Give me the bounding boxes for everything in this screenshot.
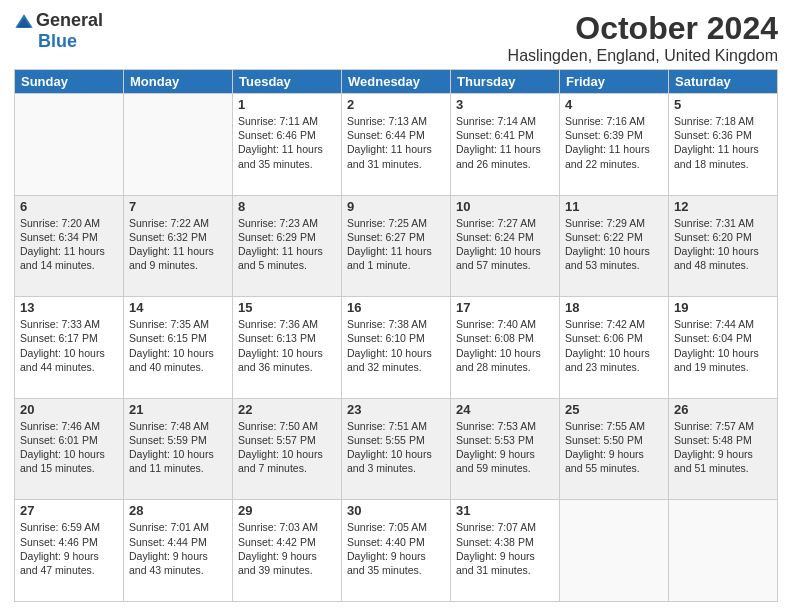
subtitle: Haslingden, England, United Kingdom — [508, 47, 778, 65]
day-info: Sunrise: 7:29 AM Sunset: 6:22 PM Dayligh… — [565, 216, 663, 273]
day-info: Sunrise: 7:38 AM Sunset: 6:10 PM Dayligh… — [347, 317, 445, 374]
calendar-cell: 18Sunrise: 7:42 AM Sunset: 6:06 PM Dayli… — [560, 297, 669, 399]
calendar-cell: 3Sunrise: 7:14 AM Sunset: 6:41 PM Daylig… — [451, 94, 560, 196]
day-info: Sunrise: 7:16 AM Sunset: 6:39 PM Dayligh… — [565, 114, 663, 171]
day-info: Sunrise: 7:03 AM Sunset: 4:42 PM Dayligh… — [238, 520, 336, 577]
day-info: Sunrise: 7:36 AM Sunset: 6:13 PM Dayligh… — [238, 317, 336, 374]
day-number: 16 — [347, 300, 445, 315]
day-number: 8 — [238, 199, 336, 214]
day-info: Sunrise: 7:05 AM Sunset: 4:40 PM Dayligh… — [347, 520, 445, 577]
calendar-cell: 24Sunrise: 7:53 AM Sunset: 5:53 PM Dayli… — [451, 398, 560, 500]
day-number: 30 — [347, 503, 445, 518]
day-number: 3 — [456, 97, 554, 112]
calendar-cell: 28Sunrise: 7:01 AM Sunset: 4:44 PM Dayli… — [124, 500, 233, 602]
header-saturday: Saturday — [669, 70, 778, 94]
day-info: Sunrise: 7:53 AM Sunset: 5:53 PM Dayligh… — [456, 419, 554, 476]
day-info: Sunrise: 7:18 AM Sunset: 6:36 PM Dayligh… — [674, 114, 772, 171]
calendar-cell: 21Sunrise: 7:48 AM Sunset: 5:59 PM Dayli… — [124, 398, 233, 500]
header-friday: Friday — [560, 70, 669, 94]
day-info: Sunrise: 7:13 AM Sunset: 6:44 PM Dayligh… — [347, 114, 445, 171]
day-info: Sunrise: 7:23 AM Sunset: 6:29 PM Dayligh… — [238, 216, 336, 273]
day-number: 10 — [456, 199, 554, 214]
day-info: Sunrise: 7:11 AM Sunset: 6:46 PM Dayligh… — [238, 114, 336, 171]
calendar-cell: 25Sunrise: 7:55 AM Sunset: 5:50 PM Dayli… — [560, 398, 669, 500]
day-info: Sunrise: 7:22 AM Sunset: 6:32 PM Dayligh… — [129, 216, 227, 273]
day-number: 18 — [565, 300, 663, 315]
day-number: 2 — [347, 97, 445, 112]
calendar-cell: 5Sunrise: 7:18 AM Sunset: 6:36 PM Daylig… — [669, 94, 778, 196]
day-number: 5 — [674, 97, 772, 112]
page: General Blue October 2024 Haslingden, En… — [0, 0, 792, 612]
calendar-cell: 20Sunrise: 7:46 AM Sunset: 6:01 PM Dayli… — [15, 398, 124, 500]
day-number: 4 — [565, 97, 663, 112]
calendar-cell: 31Sunrise: 7:07 AM Sunset: 4:38 PM Dayli… — [451, 500, 560, 602]
calendar-cell: 7Sunrise: 7:22 AM Sunset: 6:32 PM Daylig… — [124, 195, 233, 297]
day-number: 31 — [456, 503, 554, 518]
calendar-cell: 23Sunrise: 7:51 AM Sunset: 5:55 PM Dayli… — [342, 398, 451, 500]
calendar-cell: 14Sunrise: 7:35 AM Sunset: 6:15 PM Dayli… — [124, 297, 233, 399]
day-number: 12 — [674, 199, 772, 214]
day-number: 17 — [456, 300, 554, 315]
day-number: 24 — [456, 402, 554, 417]
logo: General Blue — [14, 10, 103, 52]
header-thursday: Thursday — [451, 70, 560, 94]
day-number: 19 — [674, 300, 772, 315]
day-info: Sunrise: 7:44 AM Sunset: 6:04 PM Dayligh… — [674, 317, 772, 374]
calendar-week-2: 6Sunrise: 7:20 AM Sunset: 6:34 PM Daylig… — [15, 195, 778, 297]
calendar-cell: 9Sunrise: 7:25 AM Sunset: 6:27 PM Daylig… — [342, 195, 451, 297]
calendar-cell — [669, 500, 778, 602]
day-number: 20 — [20, 402, 118, 417]
calendar-cell: 22Sunrise: 7:50 AM Sunset: 5:57 PM Dayli… — [233, 398, 342, 500]
logo-icon — [14, 13, 34, 29]
logo-blue: Blue — [38, 31, 77, 51]
calendar-cell: 29Sunrise: 7:03 AM Sunset: 4:42 PM Dayli… — [233, 500, 342, 602]
day-info: Sunrise: 7:42 AM Sunset: 6:06 PM Dayligh… — [565, 317, 663, 374]
day-number: 13 — [20, 300, 118, 315]
day-info: Sunrise: 7:27 AM Sunset: 6:24 PM Dayligh… — [456, 216, 554, 273]
calendar-cell: 6Sunrise: 7:20 AM Sunset: 6:34 PM Daylig… — [15, 195, 124, 297]
day-info: Sunrise: 7:40 AM Sunset: 6:08 PM Dayligh… — [456, 317, 554, 374]
day-info: Sunrise: 7:46 AM Sunset: 6:01 PM Dayligh… — [20, 419, 118, 476]
logo-general: General — [36, 10, 103, 31]
day-number: 21 — [129, 402, 227, 417]
day-number: 22 — [238, 402, 336, 417]
calendar-week-1: 1Sunrise: 7:11 AM Sunset: 6:46 PM Daylig… — [15, 94, 778, 196]
calendar-week-5: 27Sunrise: 6:59 AM Sunset: 4:46 PM Dayli… — [15, 500, 778, 602]
day-number: 6 — [20, 199, 118, 214]
calendar-cell: 26Sunrise: 7:57 AM Sunset: 5:48 PM Dayli… — [669, 398, 778, 500]
day-number: 23 — [347, 402, 445, 417]
calendar-cell: 10Sunrise: 7:27 AM Sunset: 6:24 PM Dayli… — [451, 195, 560, 297]
day-number: 7 — [129, 199, 227, 214]
day-info: Sunrise: 7:51 AM Sunset: 5:55 PM Dayligh… — [347, 419, 445, 476]
day-info: Sunrise: 7:55 AM Sunset: 5:50 PM Dayligh… — [565, 419, 663, 476]
day-number: 25 — [565, 402, 663, 417]
calendar-cell: 13Sunrise: 7:33 AM Sunset: 6:17 PM Dayli… — [15, 297, 124, 399]
day-number: 1 — [238, 97, 336, 112]
day-info: Sunrise: 7:50 AM Sunset: 5:57 PM Dayligh… — [238, 419, 336, 476]
day-number: 15 — [238, 300, 336, 315]
day-info: Sunrise: 6:59 AM Sunset: 4:46 PM Dayligh… — [20, 520, 118, 577]
day-info: Sunrise: 7:57 AM Sunset: 5:48 PM Dayligh… — [674, 419, 772, 476]
header-monday: Monday — [124, 70, 233, 94]
header-wednesday: Wednesday — [342, 70, 451, 94]
calendar-cell: 16Sunrise: 7:38 AM Sunset: 6:10 PM Dayli… — [342, 297, 451, 399]
day-info: Sunrise: 7:48 AM Sunset: 5:59 PM Dayligh… — [129, 419, 227, 476]
day-info: Sunrise: 7:31 AM Sunset: 6:20 PM Dayligh… — [674, 216, 772, 273]
day-info: Sunrise: 7:25 AM Sunset: 6:27 PM Dayligh… — [347, 216, 445, 273]
calendar-cell: 30Sunrise: 7:05 AM Sunset: 4:40 PM Dayli… — [342, 500, 451, 602]
day-number: 26 — [674, 402, 772, 417]
main-title: October 2024 — [508, 10, 778, 47]
calendar-cell: 17Sunrise: 7:40 AM Sunset: 6:08 PM Dayli… — [451, 297, 560, 399]
calendar-cell — [560, 500, 669, 602]
calendar-cell: 27Sunrise: 6:59 AM Sunset: 4:46 PM Dayli… — [15, 500, 124, 602]
title-block: October 2024 Haslingden, England, United… — [508, 10, 778, 65]
calendar-cell: 11Sunrise: 7:29 AM Sunset: 6:22 PM Dayli… — [560, 195, 669, 297]
header: General Blue October 2024 Haslingden, En… — [14, 10, 778, 65]
calendar-cell: 19Sunrise: 7:44 AM Sunset: 6:04 PM Dayli… — [669, 297, 778, 399]
day-info: Sunrise: 7:33 AM Sunset: 6:17 PM Dayligh… — [20, 317, 118, 374]
day-number: 11 — [565, 199, 663, 214]
day-info: Sunrise: 7:20 AM Sunset: 6:34 PM Dayligh… — [20, 216, 118, 273]
day-info: Sunrise: 7:01 AM Sunset: 4:44 PM Dayligh… — [129, 520, 227, 577]
day-info: Sunrise: 7:35 AM Sunset: 6:15 PM Dayligh… — [129, 317, 227, 374]
day-number: 27 — [20, 503, 118, 518]
